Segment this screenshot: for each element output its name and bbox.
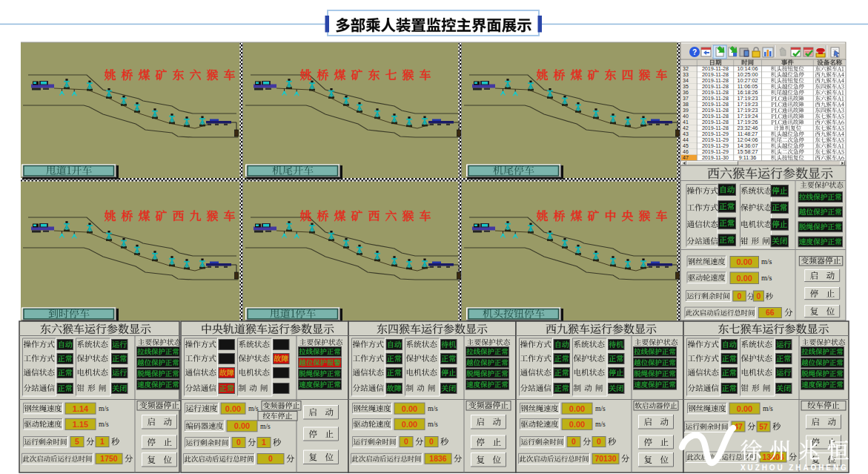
- svg-text:0: 0: [756, 292, 761, 300]
- svg-text:0: 0: [268, 454, 273, 463]
- svg-text:0.00: 0.00: [402, 420, 417, 429]
- svg-text:m/s: m/s: [99, 421, 109, 428]
- svg-text:47: 47: [683, 155, 689, 160]
- svg-text:0.00: 0.00: [234, 421, 250, 430]
- svg-text:2019-11-30: 2019-11-30: [702, 154, 729, 161]
- svg-text:1.15: 1.15: [73, 420, 88, 429]
- svg-text:1: 1: [100, 437, 105, 446]
- svg-text:5: 5: [75, 437, 79, 446]
- svg-text:0.00: 0.00: [569, 404, 585, 413]
- svg-text:0: 0: [597, 437, 601, 446]
- svg-text:m/s: m/s: [428, 405, 438, 412]
- svg-text:40: 40: [683, 113, 689, 119]
- svg-text:0: 0: [738, 292, 742, 300]
- svg-text:0.00: 0.00: [569, 420, 585, 429]
- svg-text:57: 57: [759, 422, 768, 431]
- svg-text:36: 36: [683, 90, 689, 95]
- svg-text:m/s: m/s: [99, 405, 109, 412]
- svg-text:38: 38: [683, 102, 689, 107]
- svg-text:m/s: m/s: [595, 405, 606, 412]
- svg-text:9:11:36: 9:11:36: [739, 154, 756, 161]
- svg-text:42: 42: [683, 125, 689, 131]
- svg-text:0.00: 0.00: [736, 257, 752, 266]
- svg-text:39: 39: [683, 108, 689, 113]
- svg-text:m/s: m/s: [763, 405, 773, 412]
- svg-text:44: 44: [683, 137, 689, 142]
- svg-text:1836: 1836: [429, 454, 447, 463]
- svg-text:43: 43: [683, 131, 689, 136]
- svg-text:70130: 70130: [594, 454, 616, 463]
- svg-text:0: 0: [236, 438, 241, 447]
- svg-text:33: 33: [683, 72, 689, 77]
- svg-text:m/s: m/s: [595, 421, 606, 428]
- svg-text:45: 45: [683, 143, 689, 148]
- svg-text:46: 46: [683, 149, 689, 154]
- svg-text:0.00: 0.00: [225, 404, 241, 413]
- svg-text:1750: 1750: [100, 454, 118, 463]
- svg-text:34: 34: [683, 78, 689, 83]
- svg-text:0.00: 0.00: [736, 274, 752, 283]
- svg-text:0: 0: [404, 437, 408, 446]
- svg-text:0.00: 0.00: [402, 404, 417, 413]
- svg-text:0: 0: [429, 437, 434, 446]
- svg-text:m/s: m/s: [761, 274, 772, 282]
- svg-text:m/s: m/s: [761, 257, 772, 266]
- svg-text:1.14: 1.14: [73, 404, 89, 413]
- svg-text:?: ?: [692, 48, 697, 56]
- svg-text:32: 32: [683, 66, 689, 71]
- svg-text:m/s: m/s: [428, 421, 438, 428]
- svg-text:m/s: m/s: [260, 423, 271, 430]
- svg-text:XUZHOU ZHAOHENG: XUZHOU ZHAOHENG: [741, 464, 849, 472]
- svg-text:37: 37: [683, 96, 689, 101]
- svg-text:66: 66: [766, 308, 775, 317]
- svg-text:35: 35: [683, 84, 689, 89]
- svg-text:0: 0: [572, 437, 576, 446]
- svg-text:m/s: m/s: [248, 405, 259, 412]
- svg-text:0.00: 0.00: [737, 404, 752, 413]
- svg-text:41: 41: [683, 119, 689, 125]
- svg-text:1: 1: [262, 438, 266, 447]
